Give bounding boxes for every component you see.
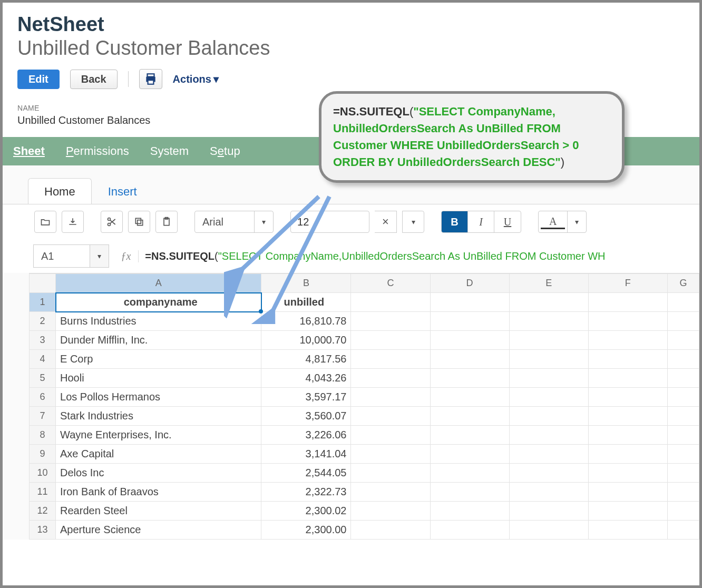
cell[interactable] <box>430 407 509 426</box>
cell[interactable] <box>430 350 509 369</box>
row-header[interactable]: 2 <box>30 312 56 331</box>
cell[interactable] <box>588 312 667 331</box>
cell[interactable] <box>351 350 430 369</box>
open-button[interactable] <box>34 211 56 233</box>
tab-sheet[interactable]: Sheet <box>13 144 45 158</box>
tab-permissions[interactable]: Permissions <box>66 144 129 158</box>
cell[interactable]: 2,544.05 <box>261 464 351 483</box>
col-header-f[interactable]: F <box>588 274 667 293</box>
row-header[interactable]: 4 <box>30 350 56 369</box>
cell[interactable] <box>351 407 430 426</box>
cell[interactable] <box>509 388 588 407</box>
row-header[interactable]: 10 <box>30 464 56 483</box>
col-header-e[interactable]: E <box>509 274 588 293</box>
cell[interactable] <box>667 331 699 350</box>
cell[interactable]: 4,817.56 <box>261 350 351 369</box>
cell[interactable]: Rearden Steel <box>56 502 261 521</box>
chevron-down-icon[interactable] <box>90 245 109 267</box>
cell[interactable] <box>667 464 699 483</box>
cell[interactable]: Wayne Enterprises, Inc. <box>56 426 261 445</box>
cell[interactable] <box>430 331 509 350</box>
cell[interactable]: 2,300.00 <box>261 521 351 540</box>
cell[interactable]: 3,597.17 <box>261 388 351 407</box>
cell[interactable] <box>430 293 509 312</box>
spreadsheet-grid[interactable]: A B C D E F G 1 companyname unbilled 2 B… <box>29 273 699 540</box>
cell[interactable]: 3,560.07 <box>261 407 351 426</box>
cell[interactable] <box>509 464 588 483</box>
back-button[interactable]: Back <box>70 70 118 89</box>
cell[interactable] <box>667 388 699 407</box>
cell[interactable] <box>351 445 430 464</box>
tab-setup[interactable]: Setup <box>210 144 240 158</box>
cell[interactable]: Delos Inc <box>56 464 261 483</box>
cell[interactable] <box>588 293 667 312</box>
row-header[interactable]: 1 <box>30 293 56 312</box>
cell[interactable] <box>667 483 699 502</box>
cell[interactable] <box>430 369 509 388</box>
corner-cell[interactable] <box>30 274 56 293</box>
cell[interactable] <box>509 293 588 312</box>
chevron-down-icon[interactable] <box>567 211 586 232</box>
cell[interactable]: Hooli <box>56 369 261 388</box>
row-header[interactable]: 12 <box>30 502 56 521</box>
cell[interactable] <box>351 483 430 502</box>
cell[interactable] <box>509 369 588 388</box>
row-header[interactable]: 13 <box>30 521 56 540</box>
cell[interactable] <box>667 312 699 331</box>
bold-button[interactable]: B <box>442 211 468 232</box>
cell[interactable] <box>430 464 509 483</box>
cell[interactable] <box>351 521 430 540</box>
cell[interactable]: Axe Capital <box>56 445 261 464</box>
cell[interactable] <box>351 331 430 350</box>
cell[interactable] <box>667 293 699 312</box>
cell[interactable]: Iron Bank of Braavos <box>56 483 261 502</box>
cell[interactable]: Los Pollos Hermanos <box>56 388 261 407</box>
cell[interactable] <box>351 369 430 388</box>
print-button[interactable] <box>139 69 162 89</box>
cell[interactable] <box>667 369 699 388</box>
cell[interactable] <box>351 464 430 483</box>
cut-button[interactable] <box>101 211 123 233</box>
sheet-tab-insert[interactable]: Insert <box>92 178 153 204</box>
font-color-button[interactable]: A <box>538 211 587 233</box>
cell[interactable] <box>430 426 509 445</box>
cell[interactable] <box>588 502 667 521</box>
cell[interactable] <box>588 388 667 407</box>
cell[interactable] <box>588 369 667 388</box>
cell[interactable] <box>430 312 509 331</box>
tab-system[interactable]: System <box>150 144 189 158</box>
cell[interactable] <box>588 407 667 426</box>
cell[interactable] <box>667 426 699 445</box>
italic-button[interactable]: I <box>468 211 494 232</box>
size-dropdown[interactable] <box>402 211 424 233</box>
cell[interactable]: 3,141.04 <box>261 445 351 464</box>
row-header[interactable]: 3 <box>30 331 56 350</box>
cell[interactable]: Stark Industries <box>56 407 261 426</box>
cell[interactable] <box>351 502 430 521</box>
cell[interactable] <box>509 331 588 350</box>
row-header[interactable]: 7 <box>30 407 56 426</box>
cell[interactable] <box>351 312 430 331</box>
cell-reference-box[interactable]: A1 <box>33 244 109 268</box>
cell[interactable] <box>509 502 588 521</box>
cell[interactable] <box>667 445 699 464</box>
row-header[interactable]: 8 <box>30 426 56 445</box>
cell[interactable] <box>588 521 667 540</box>
sheet-tab-home[interactable]: Home <box>28 178 92 204</box>
cell[interactable]: Aperture Science <box>56 521 261 540</box>
cell[interactable] <box>509 483 588 502</box>
cell[interactable] <box>588 426 667 445</box>
cell[interactable]: 4,043.26 <box>261 369 351 388</box>
cell[interactable] <box>509 521 588 540</box>
cell[interactable] <box>430 521 509 540</box>
cell[interactable] <box>509 312 588 331</box>
copy-button[interactable] <box>128 211 150 233</box>
cell[interactable] <box>588 331 667 350</box>
cell[interactable] <box>667 407 699 426</box>
cell[interactable] <box>430 483 509 502</box>
row-header[interactable]: 11 <box>30 483 56 502</box>
cell[interactable]: 3,226.06 <box>261 426 351 445</box>
cell[interactable] <box>351 388 430 407</box>
cell[interactable]: Dunder Mifflin, Inc. <box>56 331 261 350</box>
cell[interactable] <box>509 445 588 464</box>
